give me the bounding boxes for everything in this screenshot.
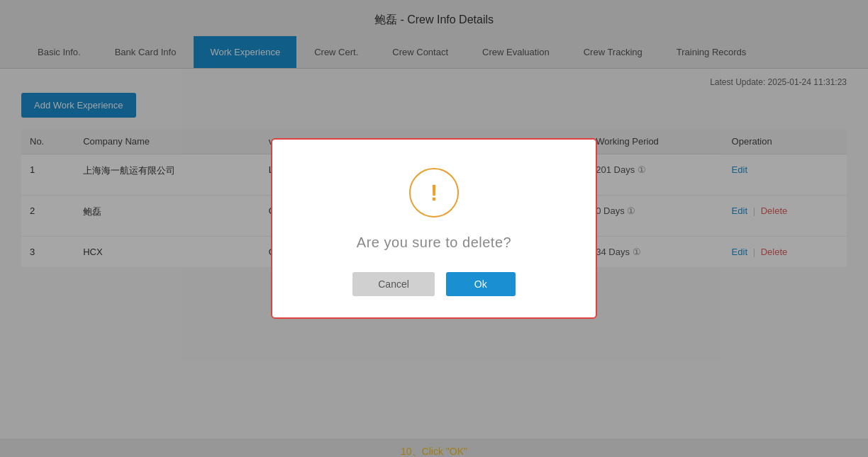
dialog-buttons: Cancel Ok [352,272,515,296]
cancel-button[interactable]: Cancel [352,272,435,296]
dialog-message: Are you sure to delete? [357,235,511,251]
confirm-dialog: ! Are you sure to delete? Cancel Ok [271,138,597,319]
modal-overlay: ! Are you sure to delete? Cancel Ok [0,0,868,457]
ok-button[interactable]: Ok [446,272,516,296]
warning-icon: ! [409,168,459,218]
